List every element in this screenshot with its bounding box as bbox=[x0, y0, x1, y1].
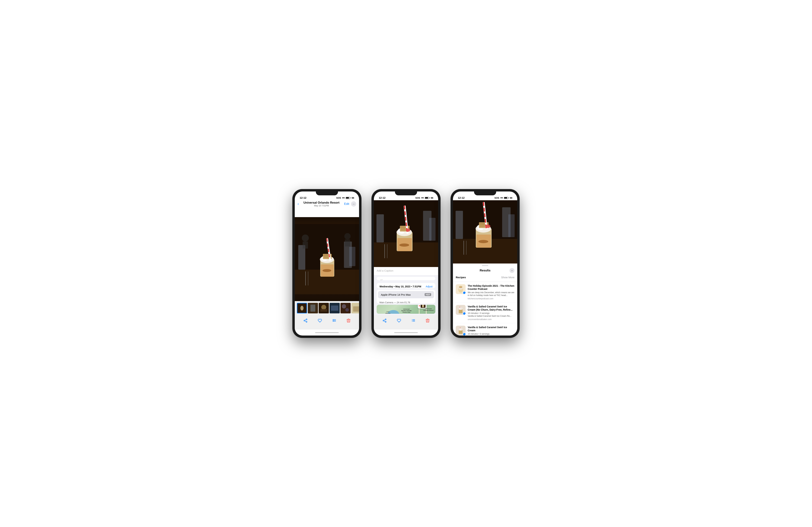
thumb-4[interactable] bbox=[330, 303, 340, 313]
thumb-5[interactable] bbox=[340, 303, 351, 313]
nav-title-1: Universal Orlando Resort May 10 7:51PM bbox=[299, 201, 344, 207]
datetime-text: Wednesday • May 10, 2023 • 7:51PM bbox=[379, 285, 421, 288]
svg-point-94 bbox=[459, 307, 463, 310]
svg-rect-2 bbox=[298, 245, 305, 270]
result-title-1: The Holiday Episode 2021 - The Kitchen C… bbox=[468, 284, 514, 291]
svg-point-40 bbox=[333, 321, 333, 321]
result-item-1[interactable]: ✓ The Holiday Episode 2021 - The Kitchen… bbox=[453, 282, 517, 303]
delete-button[interactable] bbox=[347, 319, 350, 323]
favorite-button-2[interactable] bbox=[397, 319, 401, 323]
main-photo-3[interactable] bbox=[453, 200, 517, 263]
svg-rect-21 bbox=[303, 241, 308, 249]
chevron-icon: › bbox=[405, 279, 406, 280]
lookup-row[interactable]: 🍴 Look Up Food › bbox=[377, 277, 435, 280]
recipes-tab[interactable]: Recipes bbox=[456, 275, 466, 279]
photo-sim-2 bbox=[374, 200, 438, 267]
lookup-button[interactable] bbox=[332, 319, 336, 323]
status-icons-2: SOS ▾▾ 98 bbox=[415, 196, 433, 199]
svg-point-9 bbox=[322, 269, 331, 272]
close-icon: × bbox=[511, 269, 513, 272]
result-thumb-1: ✓ bbox=[456, 284, 466, 294]
svg-point-29 bbox=[321, 305, 326, 310]
main-photo-1[interactable] bbox=[295, 217, 359, 301]
result-item-3[interactable]: ✓ Vanilla & Salted Caramel Swirl Ice Cre… bbox=[453, 323, 517, 336]
share-button-2[interactable] bbox=[382, 319, 387, 323]
svg-rect-5 bbox=[305, 272, 306, 286]
adjust-button[interactable]: Adjust bbox=[426, 285, 433, 288]
camera-header: Apple iPhone 14 Pro Max HEIF bbox=[378, 291, 434, 298]
svg-point-50 bbox=[399, 244, 409, 247]
svg-point-25 bbox=[300, 306, 304, 311]
bottom-toolbar-2 bbox=[374, 315, 438, 330]
map-pin bbox=[418, 305, 426, 308]
result-info-3: Vanilla & Salted Caramel Swirl Ice Cream… bbox=[468, 326, 514, 336]
phone-3: 12:12 SOS ▾▾ 98 bbox=[451, 189, 519, 338]
thumb-2[interactable] bbox=[308, 303, 318, 313]
camera-lens: Main Camera — 24 mm f/1.78 bbox=[377, 300, 435, 303]
svg-rect-33 bbox=[340, 303, 351, 313]
lookup-section: 🍴 Look Up Food › bbox=[377, 277, 435, 280]
result-info-2: Vanilla & Salted Caramel Swirl Ice Cream… bbox=[468, 305, 514, 321]
photo-sim-3 bbox=[453, 200, 517, 263]
svg-rect-90 bbox=[459, 286, 462, 288]
result-item-2[interactable]: ✓ Vanilla & Salted Caramel Swirl Ice Cre… bbox=[453, 303, 517, 323]
svg-point-22 bbox=[344, 233, 351, 239]
datetime-row: Wednesday • May 10, 2023 • 7:51PM Adjust bbox=[377, 283, 435, 288]
svg-rect-71 bbox=[466, 241, 466, 255]
share-button[interactable] bbox=[303, 319, 308, 323]
map-area[interactable]: LakeMarsha UniversalStudios FloridaTheme… bbox=[377, 305, 435, 314]
favorite-button[interactable] bbox=[318, 319, 322, 323]
back-button[interactable]: ‹ bbox=[298, 202, 299, 206]
nav-subtitle: May 10 7:51PM bbox=[299, 204, 344, 207]
white-space bbox=[295, 208, 359, 217]
battery-icon bbox=[346, 197, 351, 199]
camera-model: Apple iPhone 14 Pro Max bbox=[381, 293, 411, 296]
time-2: 12:12 bbox=[379, 196, 386, 199]
svg-point-74 bbox=[478, 240, 488, 243]
svg-rect-102 bbox=[460, 327, 460, 328]
delete-button-2[interactable] bbox=[426, 319, 430, 323]
pin-dot bbox=[419, 305, 420, 306]
verified-badge-3: ✓ bbox=[463, 333, 466, 336]
caption-area[interactable]: Add a Caption bbox=[374, 267, 438, 276]
lookup-button-2[interactable] bbox=[411, 319, 416, 323]
thumb-3[interactable] bbox=[319, 303, 329, 313]
main-photo-2[interactable] bbox=[374, 200, 438, 267]
svg-rect-30 bbox=[320, 309, 327, 312]
svg-rect-23 bbox=[345, 239, 350, 247]
battery-pct-2: 98 bbox=[431, 196, 433, 199]
battery-pct: 98 bbox=[352, 196, 354, 199]
result-title-3: Vanilla & Salted Caramel Swirl Ice Cream bbox=[468, 326, 514, 332]
results-header: Results × bbox=[453, 267, 517, 275]
result-title-2: Vanilla & Salted Caramel Swirl Ice Cream… bbox=[468, 305, 514, 311]
result-meta-3: 10 minutes • 3 servings bbox=[468, 333, 514, 335]
thumb-6[interactable] bbox=[351, 303, 359, 313]
datetime-section: Wednesday • May 10, 2023 • 7:51PM Adjust… bbox=[377, 283, 435, 288]
svg-rect-67 bbox=[455, 211, 463, 239]
time-1: 12:12 bbox=[300, 196, 306, 199]
handle-bar bbox=[482, 265, 488, 266]
home-indicator-2 bbox=[374, 330, 438, 336]
more-button[interactable]: ··· bbox=[351, 201, 356, 207]
milkshake-illustration-1 bbox=[295, 217, 359, 301]
scene: 12:12 SOS ▾▾ 98 ‹ Universal bbox=[293, 189, 519, 338]
close-button[interactable]: × bbox=[509, 268, 514, 273]
show-more-tab[interactable]: Show More bbox=[501, 276, 514, 279]
results-title: Results bbox=[461, 269, 509, 272]
studios-label: UniversalStudios FloridaTheme Park bbox=[401, 308, 411, 313]
nav-bar-1: ‹ Universal Orlando Resort May 10 7:51PM… bbox=[295, 200, 359, 208]
svg-point-62 bbox=[406, 229, 410, 232]
results-handle bbox=[453, 263, 517, 267]
svg-rect-32 bbox=[331, 306, 338, 311]
thumb-1[interactable] bbox=[297, 303, 307, 313]
result-desc-2: Vanilla & Salted Caramel Swirl Ice Cream… bbox=[468, 315, 514, 318]
result-url-1: kitchencounterpodcast.com bbox=[468, 297, 514, 300]
svg-rect-69 bbox=[508, 214, 514, 237]
wifi-icon: ▾▾ bbox=[342, 196, 345, 199]
pin-thumb bbox=[421, 305, 425, 308]
lookup-label: Look Up Food bbox=[386, 280, 403, 280]
svg-rect-27 bbox=[310, 305, 315, 312]
svg-point-39 bbox=[333, 320, 333, 321]
notch-2 bbox=[395, 189, 417, 195]
edit-button[interactable]: Edit bbox=[344, 202, 349, 206]
